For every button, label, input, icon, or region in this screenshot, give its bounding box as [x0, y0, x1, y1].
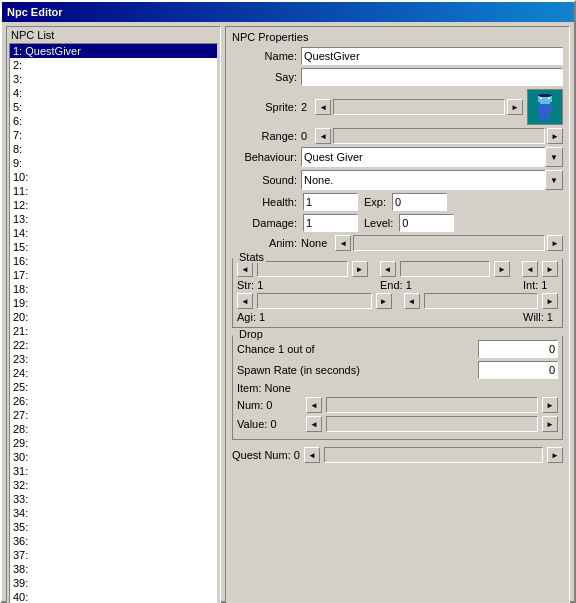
list-item[interactable]: 7:: [10, 128, 217, 142]
list-item[interactable]: 37:: [10, 548, 217, 562]
stats-labels-2: Agi: 1 Will: 1: [237, 311, 558, 323]
list-item[interactable]: 22:: [10, 338, 217, 352]
str-track[interactable]: [257, 261, 348, 277]
npc-props-panel: NPC Properties Name: Say: Sprite:: [225, 26, 570, 603]
list-item[interactable]: 16:: [10, 254, 217, 268]
sprite-label: Sprite:: [232, 101, 297, 113]
list-item[interactable]: 35:: [10, 520, 217, 534]
value-track[interactable]: [326, 416, 538, 432]
range-label: Range:: [232, 130, 297, 142]
num-track[interactable]: [326, 397, 538, 413]
list-item[interactable]: 32:: [10, 478, 217, 492]
end-right-btn[interactable]: ►: [494, 261, 510, 277]
sprite-left-btn[interactable]: ◄: [315, 99, 331, 115]
sprite-track[interactable]: [333, 99, 505, 115]
end-left-btn[interactable]: ◄: [380, 261, 396, 277]
list-item[interactable]: 30:: [10, 450, 217, 464]
list-item[interactable]: 39:: [10, 576, 217, 590]
list-item[interactable]: 3:: [10, 72, 217, 86]
will-left-btn[interactable]: ◄: [404, 293, 420, 309]
list-item[interactable]: 26:: [10, 394, 217, 408]
quest-track[interactable]: [324, 447, 543, 463]
int-right-btn[interactable]: ►: [542, 261, 558, 277]
list-item[interactable]: 31:: [10, 464, 217, 478]
int-left-btn[interactable]: ◄: [522, 261, 538, 277]
stats-row-2: ◄ ► ◄ ►: [237, 293, 558, 309]
sprite-row: Sprite: 2 ◄ ►: [232, 89, 563, 125]
agi-left-btn[interactable]: ◄: [237, 293, 253, 309]
list-item[interactable]: 21:: [10, 324, 217, 338]
anim-row: Anim: None ◄ ►: [232, 235, 563, 251]
list-item[interactable]: 19:: [10, 296, 217, 310]
name-input[interactable]: [301, 47, 563, 65]
list-item[interactable]: 5:: [10, 100, 217, 114]
say-input[interactable]: [301, 68, 563, 86]
list-item[interactable]: 6:: [10, 114, 217, 128]
list-item[interactable]: 36:: [10, 534, 217, 548]
health-exp-row: Health: Exp:: [232, 193, 563, 211]
svg-rect-2: [550, 96, 552, 102]
anim-right-btn[interactable]: ►: [547, 235, 563, 251]
damage-label: Damage:: [232, 217, 297, 229]
list-item[interactable]: 1: QuestGiver: [10, 44, 217, 58]
behaviour-dropdown[interactable]: Quest Giver None Attack on sight: [301, 147, 563, 167]
chance-input[interactable]: [478, 340, 558, 358]
list-item[interactable]: 29:: [10, 436, 217, 450]
list-item[interactable]: 28:: [10, 422, 217, 436]
svg-rect-10: [540, 116, 544, 121]
sound-dropdown[interactable]: None.: [301, 170, 563, 190]
npc-list-scroll[interactable]: 1: QuestGiver2:3:4:5:6:7:8:9:10:11:12:13…: [10, 44, 217, 603]
end-track[interactable]: [400, 261, 491, 277]
level-input[interactable]: [399, 214, 454, 232]
list-item[interactable]: 18:: [10, 282, 217, 296]
num-left-btn[interactable]: ◄: [306, 397, 322, 413]
list-item[interactable]: 33:: [10, 492, 217, 506]
list-item[interactable]: 11:: [10, 184, 217, 198]
damage-input[interactable]: [303, 214, 358, 232]
list-item[interactable]: 20:: [10, 310, 217, 324]
list-item[interactable]: 34:: [10, 506, 217, 520]
range-left-btn[interactable]: ◄: [315, 128, 331, 144]
range-track[interactable]: [333, 128, 545, 144]
list-item[interactable]: 40:: [10, 590, 217, 603]
list-item[interactable]: 12:: [10, 198, 217, 212]
anim-track[interactable]: [353, 235, 545, 251]
will-right-btn[interactable]: ►: [542, 293, 558, 309]
list-item[interactable]: 2:: [10, 58, 217, 72]
value-left-btn[interactable]: ◄: [306, 416, 322, 432]
health-input[interactable]: [303, 193, 358, 211]
num-right-btn[interactable]: ►: [542, 397, 558, 413]
npc-list-panel: NPC List 1: QuestGiver2:3:4:5:6:7:8:9:10…: [6, 26, 221, 603]
agi-track[interactable]: [257, 293, 372, 309]
agi-right-btn[interactable]: ►: [376, 293, 392, 309]
list-item[interactable]: 25:: [10, 380, 217, 394]
svg-rect-11: [546, 116, 550, 121]
list-item[interactable]: 17:: [10, 268, 217, 282]
list-item[interactable]: 38:: [10, 562, 217, 576]
quest-left-btn[interactable]: ◄: [304, 447, 320, 463]
list-item[interactable]: 10:: [10, 170, 217, 184]
sprite-right-btn[interactable]: ►: [507, 99, 523, 115]
list-item[interactable]: 24:: [10, 366, 217, 380]
range-right-btn[interactable]: ►: [547, 128, 563, 144]
exp-input[interactable]: [392, 193, 447, 211]
title-bar: Npc Editor: [2, 2, 574, 22]
str-right-btn[interactable]: ►: [352, 261, 368, 277]
list-item[interactable]: 8:: [10, 142, 217, 156]
list-item[interactable]: 23:: [10, 352, 217, 366]
level-label: Level:: [364, 217, 393, 229]
list-item[interactable]: 15:: [10, 240, 217, 254]
quest-right-btn[interactable]: ►: [547, 447, 563, 463]
str-left-btn[interactable]: ◄: [237, 261, 253, 277]
value-right-btn[interactable]: ►: [542, 416, 558, 432]
list-item[interactable]: 9:: [10, 156, 217, 170]
list-item[interactable]: 4:: [10, 86, 217, 100]
spawn-rate-input[interactable]: [478, 361, 558, 379]
say-label: Say:: [232, 71, 297, 83]
anim-left-btn[interactable]: ◄: [335, 235, 351, 251]
will-track[interactable]: [424, 293, 539, 309]
list-item[interactable]: 13:: [10, 212, 217, 226]
npc-props-title: NPC Properties: [228, 29, 567, 45]
list-item[interactable]: 27:: [10, 408, 217, 422]
list-item[interactable]: 14:: [10, 226, 217, 240]
